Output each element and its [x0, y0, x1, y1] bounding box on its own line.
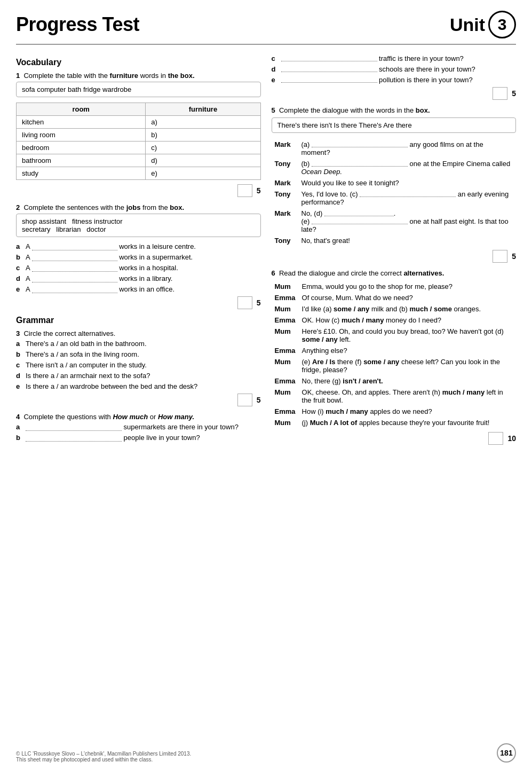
- q5-heading: 5 Complete the dialogue with the words i…: [272, 106, 517, 114]
- q6-mum-6: Mum (j) Much / A lot of apples because t…: [273, 418, 515, 428]
- q3-score: 5: [257, 396, 261, 404]
- vocabulary-heading: Vocabulary: [16, 58, 261, 67]
- q6-mum-4: Mum (e) Are / Is there (f) some / any ch…: [273, 357, 515, 375]
- q3-score-row: 5: [16, 394, 261, 406]
- q6-score-row: 10: [272, 432, 517, 445]
- q6-mum-2: Mum I'd like (a) some / any milk and (b)…: [273, 304, 515, 314]
- header: Progress Test Unit 3: [16, 11, 516, 45]
- q6-emma-2: Emma OK. How (c) much / many money do I …: [273, 315, 515, 325]
- q2-list-item: e A works in an office.: [16, 285, 261, 293]
- q2-score-row: 5: [16, 296, 261, 309]
- q6-score: 10: [507, 434, 516, 443]
- q2-score: 5: [257, 298, 261, 307]
- q1-score: 5: [257, 186, 261, 195]
- unit-number: 3: [488, 11, 516, 38]
- main-content: Vocabulary 1 Complete the table with the…: [16, 54, 516, 451]
- table-row: living roomb): [17, 129, 261, 142]
- q1-score-row: 5: [16, 184, 261, 197]
- q5-mark-d: Mark No, (d) .(e) one at half past eight…: [273, 208, 515, 234]
- q4-right-items: c traffic is there in your town? d schoo…: [272, 54, 517, 84]
- q1-heading: 1 Complete the table with the furniture …: [16, 72, 261, 80]
- q4-item-c: c traffic is there in your town?: [272, 54, 517, 62]
- q2-list-item: c A works in a hospital.: [16, 264, 261, 272]
- table-row: bedroomc): [17, 142, 261, 154]
- q5-word-box: There's there isn't Is there There's Are…: [272, 117, 517, 133]
- q2-list: a A works in a leisure centre.b A works …: [16, 242, 261, 293]
- right-column: c traffic is there in your town? d schoo…: [272, 54, 517, 451]
- q4-score: 5: [512, 89, 516, 98]
- q3-list-item: d Is there a / an armchair next to the s…: [16, 372, 261, 380]
- q5-score: 5: [512, 252, 516, 261]
- q4-score-box: [493, 87, 507, 100]
- q4-list-item: b people live in your town?: [16, 434, 261, 442]
- table-row: kitchena): [17, 116, 261, 129]
- q4-score-row: 5: [272, 87, 517, 100]
- footer: © LLC 'Rousskoye Slovo – L'chebnik', Mac…: [16, 743, 516, 763]
- q6-emma-1: Emma Of course, Mum. What do we need?: [273, 293, 515, 303]
- q2-list-item: a A works in a leisure centre.: [16, 242, 261, 250]
- page: Progress Test Unit 3 Vocabulary 1 Comple…: [0, 0, 532, 770]
- page-title: Progress Test: [16, 13, 139, 36]
- q5-mark-c: Mark Would you like to see it tonight?: [273, 178, 515, 188]
- q1-score-box: [237, 184, 252, 197]
- q2-word-box: shop assistant fitness instructorsecreta…: [16, 214, 261, 237]
- q3-list-item: c There isn't a / an computer in the stu…: [16, 361, 261, 369]
- q3-list-item: b There's a / an sofa in the living room…: [16, 350, 261, 358]
- q4-heading: 4 Complete the questions with How much o…: [16, 413, 261, 421]
- q6-mum-1: Mum Emma, would you go to the shop for m…: [273, 281, 515, 292]
- q5-score-row: 5: [272, 250, 517, 263]
- footer-copyright: © LLC 'Rousskoye Slovo – L'chebnik', Mac…: [16, 751, 191, 757]
- footer-text: © LLC 'Rousskoye Slovo – L'chebnik', Mac…: [16, 751, 191, 763]
- table-row: bathroomd): [17, 154, 261, 167]
- q5-tony-c: Tony Yes, I'd love to. (c) an early even…: [273, 189, 515, 207]
- q6-dialogue-table: Mum Emma, would you go to the shop for m…: [272, 280, 517, 429]
- q6-score-box: [488, 432, 503, 445]
- q3-list-item: e Is there a / an wardrobe between the b…: [16, 382, 261, 390]
- grammar-heading: Grammar: [16, 316, 261, 325]
- q5-score-box: [493, 250, 507, 263]
- table-row: studye): [17, 167, 261, 180]
- q6-emma-4: Emma No, there (g) isn't / aren't.: [273, 376, 515, 386]
- q2-heading: 2 Complete the sentences with the jobs f…: [16, 203, 261, 211]
- q2-list-item: b A works in a supermarket.: [16, 253, 261, 261]
- footer-note: This sheet may be photocopied and used w…: [16, 757, 191, 763]
- q1-word-box: sofa computer bath fridge wardrobe: [16, 82, 261, 97]
- q5-tony-d: Tony No, that's great!: [273, 235, 515, 246]
- q3-heading: 3 Circle the correct alternatives.: [16, 329, 261, 337]
- q5-mark-a: Mark (a) any good films on at the moment…: [273, 139, 515, 158]
- q6-emma-5: Emma How (i) much / many apples do we ne…: [273, 406, 515, 417]
- q2-list-item: d A works in a library.: [16, 274, 261, 282]
- q5-dialogue-table: Mark (a) any good films on at the moment…: [272, 138, 517, 247]
- q1-col-room: room: [17, 103, 146, 116]
- q3-list: a There's a / an old bath in the bathroo…: [16, 340, 261, 390]
- q1-col-furniture: furniture: [146, 103, 260, 116]
- q3-score-box: [237, 394, 252, 406]
- page-number: 181: [497, 743, 516, 763]
- q4-item-e: e pollution is there in your town?: [272, 76, 517, 84]
- unit-badge: Unit 3: [450, 11, 516, 38]
- q3-list-item: a There's a / an old bath in the bathroo…: [16, 340, 261, 348]
- q6-heading: 6 Read the dialogue and circle the corre…: [272, 269, 517, 277]
- q6-mum-5: Mum OK, cheese. Oh, and apples. There ar…: [273, 387, 515, 405]
- left-column: Vocabulary 1 Complete the table with the…: [16, 54, 261, 451]
- q6-mum-3: Mum Here's £10. Oh, and could you buy br…: [273, 326, 515, 344]
- q4-list-item: a supermarkets are there in your town?: [16, 423, 261, 431]
- q6-emma-3: Emma Anything else?: [273, 345, 515, 356]
- q2-score-box: [237, 296, 252, 309]
- q4-item-d: d schools are there in your town?: [272, 65, 517, 73]
- q4-list: a supermarkets are there in your town?b …: [16, 423, 261, 442]
- unit-label: Unit: [450, 14, 485, 35]
- q1-table: room furniture kitchena)living roomb)bed…: [16, 103, 261, 180]
- q5-tony-b: Tony (b) one at the Empire Cinema called…: [273, 159, 515, 177]
